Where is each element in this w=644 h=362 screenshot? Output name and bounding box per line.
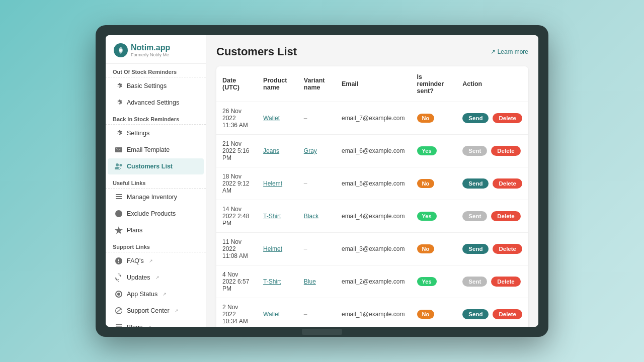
header-email: Email	[336, 66, 411, 102]
cell-email: email_5@example.com	[336, 167, 411, 200]
sidebar-item-updates[interactable]: Updates ↗	[108, 269, 204, 286]
cell-variant: –	[298, 298, 336, 327]
settings-label: Settings	[127, 130, 149, 137]
cell-reminder: Yes	[411, 200, 457, 233]
send-button[interactable]: Send	[462, 113, 489, 123]
svg-point-1	[119, 49, 122, 52]
variant-link[interactable]: Black	[304, 213, 318, 220]
reminder-badge: No	[417, 310, 435, 319]
sidebar-item-manage-inventory[interactable]: Manage Inventory	[108, 189, 204, 205]
sidebar-item-exclude-products[interactable]: Exclude Products	[108, 206, 204, 222]
sidebar-item-faqs[interactable]: FAQ's ↗	[108, 253, 204, 269]
cell-product: Wallet	[257, 298, 298, 327]
sidebar-item-email-template[interactable]: Email Template	[108, 142, 204, 158]
cell-email: email_6@example.com	[336, 135, 411, 167]
main-content: Customers List ↗ Learn more Date (UTC) P…	[206, 35, 538, 327]
section-oos: Out Of Stock Reminders	[106, 64, 206, 77]
external-icon: ↗	[163, 292, 167, 297]
cell-action: Sent Delete	[456, 135, 528, 167]
customers-table-container: Date (UTC) Product name Variant name Ema…	[216, 66, 528, 327]
cell-variant: Blue	[298, 265, 336, 298]
sidebar-item-support-center[interactable]: Support Center ↗	[108, 303, 204, 319]
external-icon: ↗	[147, 325, 151, 327]
sidebar: Notim.app Formerly Notify Me Out Of Stoc…	[106, 35, 206, 327]
table-row: 14 Nov 2022 2:48 PM T-Shirt Black email_…	[216, 200, 528, 233]
updates-label: Updates	[127, 274, 150, 281]
product-link[interactable]: Jeans	[263, 147, 279, 154]
page-header: Customers List ↗ Learn more	[216, 45, 528, 58]
delete-button[interactable]: Delete	[491, 277, 521, 287]
cell-email: email_4@example.com	[336, 200, 411, 233]
cell-action: Send Delete	[456, 233, 528, 265]
cell-reminder: Yes	[411, 135, 457, 167]
delete-button[interactable]: Delete	[493, 178, 522, 189]
cell-email: email_3@example.com	[336, 233, 411, 265]
blogs-label: Blogs	[127, 324, 142, 327]
sidebar-item-advanced-settings[interactable]: Advanced Settings	[108, 95, 204, 111]
page-title: Customers List	[216, 45, 297, 58]
variant-dash: –	[304, 180, 307, 187]
sent-button: Sent	[462, 277, 487, 287]
table-row: 2 Nov 2022 10:34 AM Wallet – email_1@exa…	[216, 298, 528, 327]
send-button[interactable]: Send	[462, 178, 489, 189]
sidebar-item-basic-settings[interactable]: Basic Settings	[108, 78, 204, 94]
cell-date: 2 Nov 2022 10:34 AM	[216, 298, 257, 327]
send-button[interactable]: Send	[462, 244, 489, 254]
delete-button[interactable]: Delete	[491, 211, 521, 221]
reminder-badge: No	[417, 244, 435, 253]
cell-product: T-Shirt	[257, 265, 298, 298]
cell-product: Jeans	[257, 135, 298, 167]
cell-action: Sent Delete	[456, 200, 528, 233]
cell-variant: –	[298, 233, 336, 265]
cell-reminder: No	[411, 298, 457, 327]
reminder-badge: No	[417, 179, 435, 188]
variant-dash: –	[304, 245, 307, 252]
cell-reminder: No	[411, 167, 457, 200]
cell-variant: –	[298, 167, 336, 200]
product-link[interactable]: T-Shirt	[263, 213, 281, 220]
advanced-settings-label: Advanced Settings	[127, 99, 179, 106]
customers-list-label: Customers List	[127, 163, 173, 170]
product-link[interactable]: Helemt	[263, 180, 282, 187]
variant-dash: –	[304, 115, 307, 122]
sidebar-item-settings[interactable]: Settings	[108, 125, 204, 141]
cell-reminder: Yes	[411, 265, 457, 298]
product-link[interactable]: Helmet	[263, 245, 282, 252]
cell-reminder: No	[411, 102, 457, 135]
cell-product: T-Shirt	[257, 200, 298, 233]
cell-date: 21 Nov 2022 5:16 PM	[216, 135, 257, 167]
cell-product: Helmet	[257, 233, 298, 265]
reminder-badge: Yes	[417, 277, 437, 286]
plans-label: Plans	[127, 227, 142, 234]
cell-date: 11 Nov 2022 11:08 AM	[216, 233, 257, 265]
sidebar-item-plans[interactable]: Plans	[108, 222, 204, 238]
external-icon: ↗	[155, 275, 159, 280]
cell-date: 18 Nov 2022 9:12 AM	[216, 167, 257, 200]
delete-button[interactable]: Delete	[493, 309, 522, 319]
send-button[interactable]: Send	[462, 309, 489, 319]
product-link[interactable]: Wallet	[263, 311, 280, 318]
cell-product: Wallet	[257, 102, 298, 135]
app-status-label: App Status	[127, 291, 157, 298]
product-link[interactable]: Wallet	[263, 115, 280, 122]
cell-action: Sent Delete	[456, 265, 528, 298]
header-product: Product name	[257, 66, 298, 102]
header-date: Date (UTC)	[216, 66, 257, 102]
header-reminder: Is reminder sent?	[411, 66, 457, 102]
delete-button[interactable]: Delete	[491, 146, 521, 156]
sidebar-item-blogs[interactable]: Blogs ↗	[108, 319, 204, 327]
learn-more-link[interactable]: ↗ Learn more	[491, 48, 528, 55]
section-support: Support Links	[106, 239, 206, 252]
delete-button[interactable]: Delete	[493, 113, 522, 123]
variant-link[interactable]: Gray	[304, 147, 317, 154]
email-template-label: Email Template	[127, 146, 170, 153]
cell-date: 14 Nov 2022 2:48 PM	[216, 200, 257, 233]
sidebar-item-app-status[interactable]: App Status ↗	[108, 286, 204, 302]
manage-inventory-label: Manage Inventory	[127, 194, 177, 201]
product-link[interactable]: T-Shirt	[263, 278, 281, 285]
sidebar-item-customers-list[interactable]: Customers List	[108, 158, 204, 174]
app-name: Notim.app	[131, 43, 170, 52]
variant-link[interactable]: Blue	[304, 278, 316, 285]
table-row: 11 Nov 2022 11:08 AM Helmet – email_3@ex…	[216, 233, 528, 265]
delete-button[interactable]: Delete	[493, 244, 522, 254]
